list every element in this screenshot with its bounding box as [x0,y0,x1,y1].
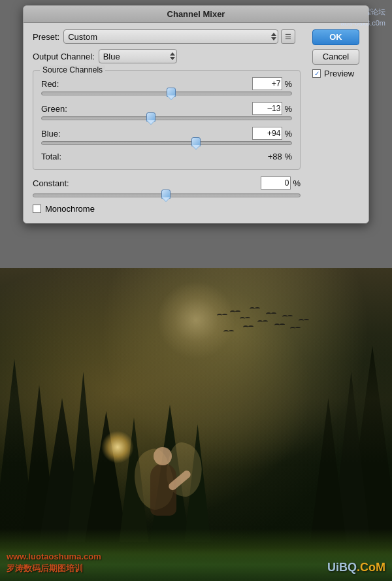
bird-2 [235,310,240,313]
total-row: Total: +88 % [41,152,292,161]
blue-slider-track[interactable] [41,141,292,145]
preview-label: Preview [324,69,354,78]
atmosphere-haze [0,333,392,464]
dialog-titlebar: Channel Mixer [24,6,368,23]
bird-9 [295,327,301,329]
bird-11 [229,330,234,333]
output-channel-row: Output Channel: Blue [33,49,301,63]
blue-label: Blue: [41,129,77,139]
red-label: Red: [41,79,77,89]
monochrome-checkbox[interactable] [33,205,41,213]
constant-slider-track[interactable] [33,193,301,197]
red-thumb-shape [167,88,176,97]
dialog-body: Preset: Custom ☰ [24,23,368,223]
bird-8 [287,315,293,318]
green-value-group: % [252,102,292,115]
constant-header: Constant: % [33,176,301,190]
preset-label: Preset: [33,32,59,42]
ok-button[interactable]: OK [312,29,359,45]
cancel-button[interactable]: Cancel [312,49,359,65]
constant-label: Constant: [33,178,69,188]
green-thumb-shape [146,112,155,122]
blue-slider-thumb[interactable] [191,137,202,150]
watermark-url: www.luotaoshuma.com [7,551,101,563]
menu-icon: ☰ [285,33,291,41]
total-label: Total: [41,152,61,161]
bird-4 [255,307,260,310]
constant-pct: % [293,178,301,188]
monochrome-label: Monochrome [45,204,95,214]
green-label: Green: [41,104,77,114]
blue-pct: % [284,129,292,139]
preset-menu-button[interactable]: ☰ [281,29,295,44]
bird-1 [222,314,227,316]
bird-12 [248,325,253,328]
green-header: Green: % [41,102,292,115]
channel-mixer-dialog: Channel Mixer Preset: Custom [23,5,369,224]
bird-3 [245,317,250,320]
red-slider-thumb[interactable] [167,88,177,101]
output-channel-select[interactable]: Blue [99,49,177,63]
blue-thumb-shape [191,137,201,146]
blue-value-group: % [252,127,292,140]
source-channels-group: Source Channels Red: % [33,70,301,170]
red-slider-track[interactable] [41,91,292,95]
red-pct: % [284,79,292,89]
green-slider-thumb[interactable] [146,112,157,125]
preview-checkbox[interactable]: ✓ [312,69,321,78]
dialog-title: Channel Mixer [167,9,225,19]
blue-input[interactable] [252,127,282,140]
monochrome-row: Monochrome [33,204,301,214]
red-value-group: % [252,77,292,90]
output-select-wrapper: Blue [99,49,177,63]
dialog-background: PS教程论坛 abs-0sx8.c0m Channel Mixer Preset… [0,0,392,268]
constant-value-group: % [261,176,301,190]
blue-channel-row: Blue: % [41,127,292,145]
bird-5 [263,320,268,323]
bird-6 [271,312,276,315]
green-pct: % [284,104,292,114]
watermark-bq: .CoM [357,561,385,574]
watermark-bottom-left: www.luotaoshuma.com 罗涛数码后期图培训 [7,551,101,574]
green-input[interactable] [252,102,282,115]
source-channels-legend: Source Channels [40,65,105,75]
total-value: +88 % [268,152,292,161]
green-slider-track[interactable] [41,116,292,120]
red-input[interactable] [252,77,282,90]
blue-header: Blue: % [41,127,292,140]
red-channel-row: Red: % [41,77,292,95]
preview-row: ✓ Preview [312,69,359,78]
green-channel-row: Green: % [41,102,292,120]
preset-row: Preset: Custom ☰ [33,29,301,44]
watermark-bottom-right: UiBQ.CoM [327,561,385,574]
constant-slider-thumb[interactable] [161,190,172,203]
watermark-text: 罗涛数码后期图培训 [7,563,101,574]
watermark-ui: UiBQ [327,561,357,574]
output-channel-label: Output Channel: [33,52,95,61]
buttons-column: OK Cancel ✓ Preview [312,29,359,78]
constant-input[interactable] [261,176,291,190]
preset-select-wrapper: Custom [63,29,278,44]
constant-section: Constant: % [33,176,301,197]
constant-thumb-shape [161,190,171,199]
bird-7 [280,324,285,326]
preset-select[interactable]: Custom [63,29,278,44]
bird-10 [304,319,309,322]
background-scene: www.luotaoshuma.com 罗涛数码后期图培训 UiBQ.CoM [0,268,392,581]
